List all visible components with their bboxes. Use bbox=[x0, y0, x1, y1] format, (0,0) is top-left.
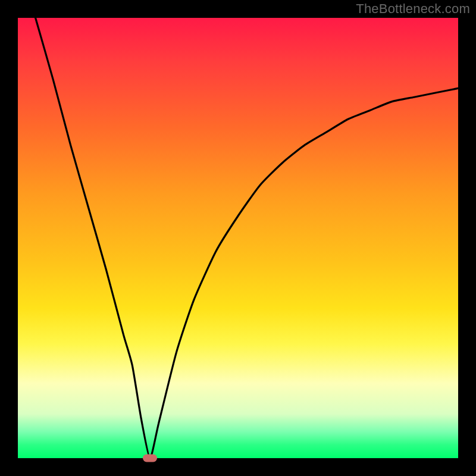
bottleneck-curve bbox=[36, 18, 458, 458]
optimal-point-marker bbox=[143, 455, 157, 462]
chart-container: TheBottleneck.com bbox=[0, 0, 476, 476]
plot-area bbox=[18, 18, 458, 458]
watermark-text: TheBottleneck.com bbox=[356, 1, 470, 17]
curve-layer bbox=[18, 18, 458, 458]
